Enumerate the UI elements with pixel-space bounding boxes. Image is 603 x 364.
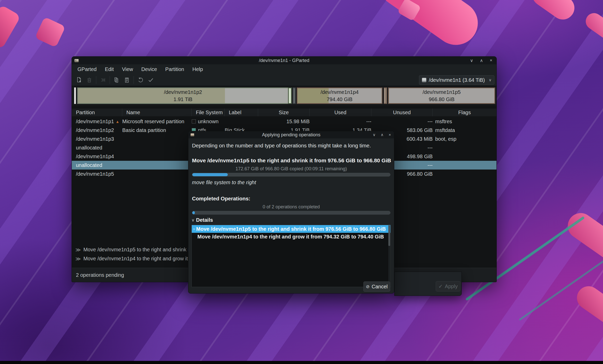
cancel-button[interactable]: ⊘ Cancel bbox=[363, 281, 390, 292]
flags-value: msftres bbox=[433, 119, 496, 125]
progressbar-fill bbox=[192, 173, 228, 176]
resize-move-icon bbox=[100, 77, 106, 83]
maximize-icon[interactable]: ∧ bbox=[480, 58, 483, 63]
segment-p1[interactable] bbox=[74, 87, 76, 104]
move-operation-icon: ≫ bbox=[75, 247, 81, 253]
filesystem-name: unknown bbox=[198, 119, 219, 125]
taskbar[interactable] bbox=[0, 361, 603, 364]
warning-icon: ▲ bbox=[116, 120, 119, 123]
disk-icon bbox=[422, 78, 426, 82]
progress-status-text: 172.67 GiB of 966.80 GiB copied (00:09:1… bbox=[188, 166, 394, 172]
close-icon[interactable]: × bbox=[490, 58, 492, 63]
cancel-icon: ⊘ bbox=[366, 284, 370, 289]
col-size[interactable]: Size bbox=[258, 109, 310, 116]
minimize-icon[interactable]: ∨ bbox=[373, 132, 375, 137]
segment-p3[interactable] bbox=[288, 87, 292, 104]
segment-unallocated-2[interactable] bbox=[384, 87, 387, 104]
undo-button[interactable] bbox=[135, 75, 146, 85]
partition-name: /dev/nvme1n1p5 bbox=[76, 171, 114, 177]
close-icon[interactable]: × bbox=[389, 132, 391, 137]
device-selector[interactable]: /dev/nvme1n1 (3.64 TiB) ∨ bbox=[419, 75, 494, 85]
partition-name: /dev/nvme1n1p2 bbox=[76, 127, 114, 133]
completed-operations-heading: Completed Operations: bbox=[192, 196, 250, 202]
operations-pending-status: 2 operations pending bbox=[76, 272, 124, 278]
delete-partition-button[interactable] bbox=[84, 75, 94, 85]
chevron-down-icon: ∨ bbox=[489, 78, 492, 82]
menubar: GParted Edit View Device Partition Help bbox=[72, 64, 496, 74]
segment-p4[interactable]: /dev/nvme1n1p4 794.40 GiB bbox=[297, 87, 382, 104]
copy-icon bbox=[113, 77, 120, 83]
apply-button-disabled[interactable]: ✓ Apply bbox=[436, 281, 460, 291]
minimize-icon[interactable]: ∨ bbox=[470, 58, 473, 63]
copy-button[interactable] bbox=[111, 75, 122, 85]
new-partition-button[interactable] bbox=[74, 75, 84, 85]
apply-check-icon: ✓ bbox=[439, 283, 443, 289]
details-row[interactable]: Move /dev/nvme1n1p4 to the right and gro… bbox=[192, 233, 390, 241]
apply-check-icon bbox=[147, 77, 154, 83]
table-header: Partition Name File System Label Size Us… bbox=[72, 109, 496, 116]
paste-icon bbox=[124, 77, 130, 83]
col-label[interactable]: Label bbox=[225, 109, 258, 116]
toolbar: /dev/nvme1n1 (3.64 TiB) ∨ bbox=[72, 74, 496, 86]
current-operation-progressbar bbox=[192, 173, 390, 176]
col-used[interactable]: Used bbox=[310, 109, 371, 116]
move-operation-icon: ≫ bbox=[75, 256, 81, 262]
maximize-icon[interactable]: ∧ bbox=[381, 132, 383, 137]
dialog-intro-text: Depending on the number and type of oper… bbox=[192, 143, 371, 149]
partition-name: /dev/nvme1n1p1 bbox=[76, 119, 114, 125]
used-value: --- bbox=[310, 119, 371, 125]
titlebar[interactable]: /dev/nvme1n1 - GParted ∨ ∧ × bbox=[72, 57, 496, 64]
menu-partition[interactable]: Partition bbox=[162, 65, 188, 73]
col-partition[interactable]: Partition bbox=[72, 109, 122, 116]
segment-unallocated-1[interactable] bbox=[293, 87, 296, 104]
segment-p5-size: 966.80 GiB bbox=[429, 96, 455, 103]
toolbar-separator bbox=[110, 76, 110, 84]
trash-icon bbox=[86, 77, 93, 83]
menu-device[interactable]: Device bbox=[138, 65, 161, 73]
toolbar-separator bbox=[96, 76, 96, 84]
segment-p2-name: /dev/nvme1n1p2 bbox=[164, 88, 202, 96]
device-selector-value: /dev/nvme1n1 (3.64 TiB) bbox=[429, 77, 485, 83]
menu-edit[interactable]: Edit bbox=[101, 65, 117, 73]
dialog-title: Applying pending operations bbox=[188, 132, 394, 138]
details-row-selected[interactable]: › Move /dev/nvme1n1p5 to the right and s… bbox=[192, 225, 390, 233]
size-value: 15.98 MiB bbox=[258, 119, 310, 125]
apply-all-button[interactable] bbox=[146, 75, 156, 85]
chevron-right-icon: › bbox=[193, 227, 195, 231]
resize-move-button[interactable] bbox=[98, 75, 108, 85]
col-filesystem[interactable]: File System bbox=[192, 109, 225, 116]
details-scrollbar[interactable] bbox=[388, 225, 390, 287]
details-row-text: Move /dev/nvme1n1p5 to the right and shr… bbox=[196, 226, 386, 232]
segment-p2[interactable]: /dev/nvme1n1p2 1.91 TiB bbox=[77, 87, 289, 104]
confirmation-dialog-fragment: ✓ Apply bbox=[394, 272, 462, 296]
table-row-p1[interactable]: /dev/nvme1n1p1▲ Microsoft reserved parti… bbox=[72, 117, 496, 126]
toolbar-separator bbox=[134, 76, 134, 84]
segment-p5[interactable]: /dev/nvme1n1p5 966.80 GiB bbox=[388, 87, 495, 104]
paste-button[interactable] bbox=[122, 75, 132, 85]
col-unused[interactable]: Unused bbox=[371, 109, 433, 116]
window-title: /dev/nvme1n1 - GParted bbox=[72, 58, 496, 63]
col-flags[interactable]: Flags bbox=[433, 109, 496, 116]
unused-value: --- bbox=[371, 119, 433, 125]
partition-label-name: Microsoft reserved partition bbox=[122, 119, 192, 125]
menu-gparted[interactable]: GParted bbox=[74, 65, 100, 73]
current-step-text: move file system to the right bbox=[192, 180, 256, 185]
details-label: Details bbox=[196, 217, 213, 223]
segment-p5-name: /dev/nvme1n1p5 bbox=[423, 88, 461, 96]
desktop: /dev/nvme1n1 - GParted ∨ ∧ × GParted Edi… bbox=[0, 0, 603, 364]
new-partition-icon bbox=[76, 77, 82, 83]
details-expander[interactable]: ∨ Details bbox=[191, 217, 213, 223]
details-tree: › Move /dev/nvme1n1p5 to the right and s… bbox=[191, 225, 391, 287]
col-name[interactable]: Name bbox=[122, 109, 192, 116]
dialog-titlebar[interactable]: Applying pending operations ∨ ∧ × bbox=[188, 131, 394, 138]
partition-name: unallocated bbox=[76, 145, 102, 151]
flags-value: msftdata bbox=[433, 127, 496, 133]
segment-p4-name: /dev/nvme1n1p4 bbox=[321, 88, 359, 96]
menu-view[interactable]: View bbox=[118, 65, 137, 73]
partition-name: /dev/nvme1n1p4 bbox=[76, 154, 114, 159]
scrollbar-thumb[interactable] bbox=[388, 225, 390, 246]
filesystem-color-chip bbox=[192, 119, 196, 123]
menu-help[interactable]: Help bbox=[189, 65, 206, 73]
current-operation-text: Move /dev/nvme1n1p5 to the right and shr… bbox=[192, 157, 391, 164]
apply-button-label: Apply bbox=[445, 283, 458, 289]
